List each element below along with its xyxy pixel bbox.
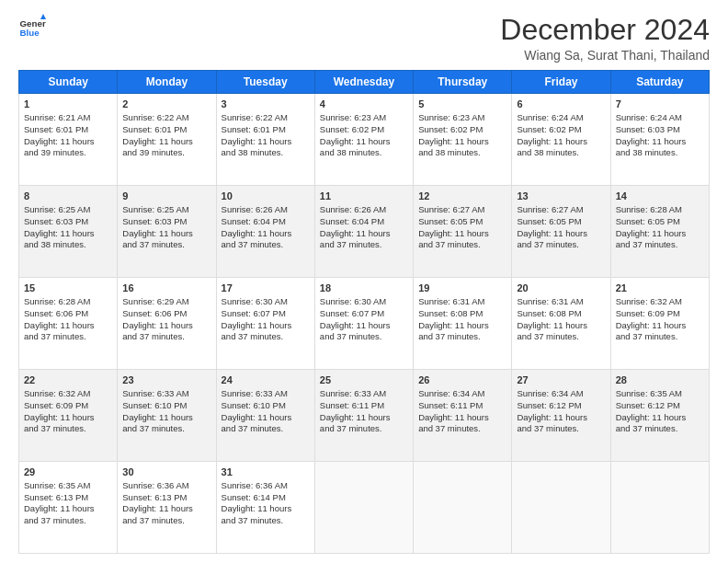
table-row: 10Sunrise: 6:26 AMSunset: 6:04 PMDayligh…	[216, 186, 314, 278]
day-number: 11	[320, 190, 408, 203]
sunset-label: Sunset: 6:09 PM	[24, 400, 88, 410]
title-section: December 2024 Wiang Sa, Surat Thani, Tha…	[500, 14, 710, 63]
header: General Blue December 2024 Wiang Sa, Sur…	[18, 14, 710, 63]
svg-text:Blue: Blue	[20, 28, 40, 38]
daylight-label: Daylight: 11 hoursand 37 minutes.	[24, 320, 95, 342]
sunset-label: Sunset: 6:13 PM	[122, 492, 187, 502]
day-number: 10	[222, 190, 310, 203]
day-number: 26	[418, 373, 506, 387]
sunset-label: Sunset: 6:02 PM	[517, 124, 581, 134]
daylight-label: Daylight: 11 hoursand 37 minutes.	[418, 412, 489, 434]
daylight-label: Daylight: 11 hoursand 37 minutes.	[517, 412, 587, 434]
day-number: 2	[122, 98, 210, 111]
day-number: 6	[517, 98, 605, 111]
table-row: 28Sunrise: 6:35 AMSunset: 6:12 PMDayligh…	[610, 370, 709, 462]
sunrise-label: Sunrise: 6:26 AM	[320, 204, 386, 214]
sunset-label: Sunset: 6:05 PM	[418, 216, 483, 226]
day-number: 21	[616, 282, 704, 295]
daylight-label: Daylight: 11 hoursand 37 minutes.	[122, 228, 193, 250]
sunrise-label: Sunrise: 6:29 AM	[122, 296, 188, 306]
sunrise-label: Sunrise: 6:21 AM	[24, 112, 90, 122]
sunset-label: Sunset: 6:11 PM	[320, 400, 384, 410]
table-row: 22Sunrise: 6:32 AMSunset: 6:09 PMDayligh…	[19, 370, 118, 462]
table-row: 27Sunrise: 6:34 AMSunset: 6:12 PMDayligh…	[512, 370, 610, 462]
daylight-label: Daylight: 11 hoursand 37 minutes.	[320, 412, 391, 434]
sunset-label: Sunset: 6:03 PM	[24, 216, 88, 226]
daylight-label: Daylight: 11 hoursand 37 minutes.	[222, 412, 292, 434]
col-monday: Monday	[118, 71, 216, 94]
sunrise-label: Sunrise: 6:33 AM	[320, 388, 386, 398]
table-row: 7Sunrise: 6:24 AMSunset: 6:03 PMDaylight…	[610, 94, 709, 186]
table-row: 8Sunrise: 6:25 AMSunset: 6:03 PMDaylight…	[19, 186, 118, 278]
calendar-row: 15Sunrise: 6:28 AMSunset: 6:06 PMDayligh…	[19, 278, 710, 370]
daylight-label: Daylight: 11 hoursand 38 minutes.	[222, 136, 292, 158]
table-row: 23Sunrise: 6:33 AMSunset: 6:10 PMDayligh…	[118, 370, 216, 462]
sunset-label: Sunset: 6:03 PM	[122, 216, 187, 226]
daylight-label: Daylight: 11 hoursand 37 minutes.	[616, 412, 687, 434]
sunset-label: Sunset: 6:10 PM	[222, 400, 286, 410]
sunset-label: Sunset: 6:06 PM	[24, 308, 88, 318]
table-row: 13Sunrise: 6:27 AMSunset: 6:05 PMDayligh…	[512, 186, 610, 278]
svg-marker-2	[40, 14, 46, 19]
sunrise-label: Sunrise: 6:33 AM	[222, 388, 288, 398]
day-number: 5	[418, 98, 506, 111]
day-number: 23	[122, 373, 210, 387]
day-number: 16	[122, 282, 210, 295]
table-row	[314, 462, 413, 554]
col-friday: Friday	[512, 71, 610, 94]
day-number: 13	[517, 190, 605, 203]
daylight-label: Daylight: 11 hoursand 37 minutes.	[616, 320, 687, 342]
table-row	[414, 462, 512, 554]
sunset-label: Sunset: 6:05 PM	[517, 216, 581, 226]
sunset-label: Sunset: 6:14 PM	[222, 492, 286, 502]
sunrise-label: Sunrise: 6:35 AM	[616, 388, 682, 398]
sunset-label: Sunset: 6:07 PM	[320, 308, 384, 318]
day-number: 1	[24, 98, 112, 111]
daylight-label: Daylight: 11 hoursand 37 minutes.	[222, 503, 292, 525]
table-row: 1Sunrise: 6:21 AMSunset: 6:01 PMDaylight…	[19, 94, 118, 186]
table-row: 24Sunrise: 6:33 AMSunset: 6:10 PMDayligh…	[216, 370, 314, 462]
daylight-label: Daylight: 11 hoursand 37 minutes.	[418, 320, 489, 342]
sunrise-label: Sunrise: 6:32 AM	[24, 388, 90, 398]
sunrise-label: Sunrise: 6:30 AM	[320, 296, 386, 306]
table-row: 17Sunrise: 6:30 AMSunset: 6:07 PMDayligh…	[216, 278, 314, 370]
day-number: 30	[122, 465, 210, 479]
sunrise-label: Sunrise: 6:32 AM	[616, 296, 682, 306]
sunset-label: Sunset: 6:10 PM	[122, 400, 187, 410]
day-number: 28	[616, 373, 704, 387]
table-row: 18Sunrise: 6:30 AMSunset: 6:07 PMDayligh…	[314, 278, 413, 370]
sunrise-label: Sunrise: 6:24 AM	[616, 112, 682, 122]
table-row	[512, 462, 610, 554]
day-number: 18	[320, 282, 408, 295]
sunrise-label: Sunrise: 6:30 AM	[222, 296, 288, 306]
day-number: 14	[616, 190, 704, 203]
sunset-label: Sunset: 6:02 PM	[418, 124, 483, 134]
daylight-label: Daylight: 11 hoursand 37 minutes.	[222, 228, 292, 250]
day-number: 7	[616, 98, 704, 111]
calendar-row: 29Sunrise: 6:35 AMSunset: 6:13 PMDayligh…	[19, 462, 710, 554]
daylight-label: Daylight: 11 hoursand 37 minutes.	[122, 503, 193, 525]
sunset-label: Sunset: 6:13 PM	[24, 492, 88, 502]
day-number: 4	[320, 98, 408, 111]
location: Wiang Sa, Surat Thani, Thailand	[500, 48, 710, 63]
sunrise-label: Sunrise: 6:28 AM	[616, 204, 682, 214]
daylight-label: Daylight: 11 hoursand 37 minutes.	[24, 503, 95, 525]
sunrise-label: Sunrise: 6:34 AM	[517, 388, 583, 398]
sunrise-label: Sunrise: 6:33 AM	[122, 388, 188, 398]
daylight-label: Daylight: 11 hoursand 38 minutes.	[517, 136, 587, 158]
table-row: 9Sunrise: 6:25 AMSunset: 6:03 PMDaylight…	[118, 186, 216, 278]
calendar-header-row: Sunday Monday Tuesday Wednesday Thursday…	[19, 71, 710, 94]
table-row: 3Sunrise: 6:22 AMSunset: 6:01 PMDaylight…	[216, 94, 314, 186]
day-number: 27	[517, 373, 605, 387]
sunset-label: Sunset: 6:11 PM	[418, 400, 483, 410]
day-number: 24	[222, 373, 310, 387]
daylight-label: Daylight: 11 hoursand 37 minutes.	[320, 228, 391, 250]
sunset-label: Sunset: 6:09 PM	[616, 308, 680, 318]
logo: General Blue	[18, 14, 46, 41]
sunrise-label: Sunrise: 6:24 AM	[517, 112, 583, 122]
daylight-label: Daylight: 11 hoursand 39 minutes.	[122, 136, 193, 158]
table-row: 21Sunrise: 6:32 AMSunset: 6:09 PMDayligh…	[610, 278, 709, 370]
day-number: 8	[24, 190, 112, 203]
logo-icon: General Blue	[18, 14, 46, 41]
sunrise-label: Sunrise: 6:36 AM	[122, 480, 188, 490]
